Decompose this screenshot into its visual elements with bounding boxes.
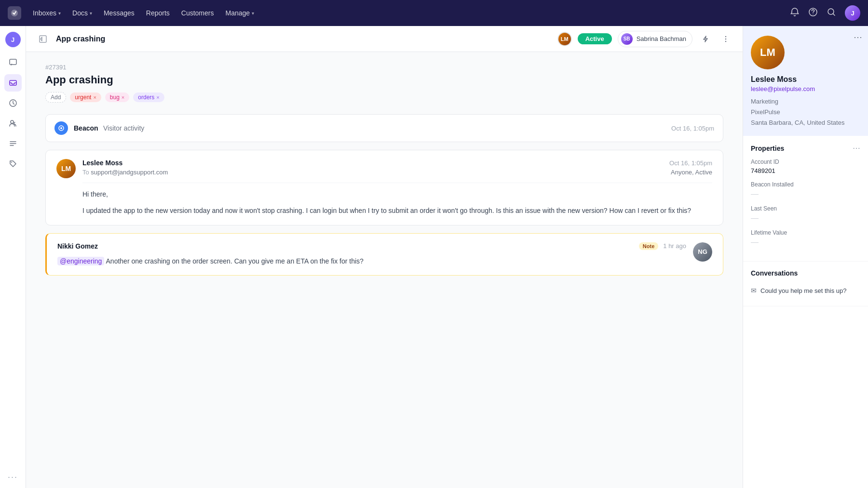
sidebar-item-lists[interactable] xyxy=(4,135,22,152)
conversation-header: App crashing LM Active SB Sabrina Bachma… xyxy=(26,26,743,52)
sidebar-item-conversations[interactable] xyxy=(4,54,22,71)
svg-rect-4 xyxy=(10,59,16,65)
contact-email[interactable]: leslee@pixelpulse.com xyxy=(751,85,860,92)
app-logo[interactable] xyxy=(8,6,21,20)
svg-point-12 xyxy=(725,40,726,41)
conversations-section: Conversations ✉ Could you help me set th… xyxy=(743,262,868,306)
sidebar-more-button[interactable]: ··· xyxy=(8,472,18,482)
svg-point-10 xyxy=(725,36,726,37)
sidebar-item-tags[interactable] xyxy=(4,155,22,172)
back-icon[interactable] xyxy=(36,32,50,46)
conversation-body: #27391 App crashing Add urgent × bug × o… xyxy=(26,52,743,488)
contact-profile-section: ⋯ LM Leslee Moss leslee@pixelpulse.com M… xyxy=(743,26,868,136)
mention-engineering: @engineering xyxy=(57,257,104,265)
svg-point-8 xyxy=(11,162,12,163)
help-icon[interactable] xyxy=(808,7,818,19)
remove-tag-bug[interactable]: × xyxy=(122,94,124,100)
sender-avatar-header[interactable]: LM xyxy=(557,32,572,46)
top-navigation: Inboxes ▾ Docs ▾ Messages Reports Custom… xyxy=(0,0,868,26)
user-avatar[interactable]: J xyxy=(845,5,860,21)
status-badge[interactable]: Active xyxy=(578,33,612,44)
conversation-title: App crashing xyxy=(56,35,552,43)
note-card: Nikki Gomez Note 1 hr ago @engineering A… xyxy=(45,233,723,276)
search-icon[interactable] xyxy=(827,7,836,19)
nav-customers[interactable]: Customers xyxy=(181,7,214,19)
properties-more-button[interactable]: ⋯ xyxy=(853,144,860,153)
beacon-icon xyxy=(54,121,68,135)
message-sender-avatar: LM xyxy=(56,159,76,178)
contact-avatar: LM xyxy=(751,36,785,69)
remove-tag-orders[interactable]: × xyxy=(156,94,159,100)
lightning-icon[interactable] xyxy=(698,32,713,46)
nav-manage[interactable]: Manage ▾ xyxy=(225,7,254,19)
tag-orders[interactable]: orders × xyxy=(133,92,164,102)
property-last-seen: Last Seen — xyxy=(751,205,860,223)
svg-point-14 xyxy=(60,127,62,129)
beacon-activity-row[interactable]: Beacon Visitor activity Oct 16, 1:05pm xyxy=(45,114,723,142)
svg-point-2 xyxy=(813,13,814,14)
nav-reports[interactable]: Reports xyxy=(146,7,170,19)
contact-meta: Marketing PixelPulse Santa Barbara, CA, … xyxy=(751,96,860,128)
left-sidebar: J xyxy=(0,26,26,488)
tag-urgent[interactable]: urgent × xyxy=(70,92,101,102)
message-card: LM Leslee Moss Oct 16, 1:05pm To support… xyxy=(45,150,723,225)
tag-bug[interactable]: bug × xyxy=(105,92,129,102)
profile-more-button[interactable]: ⋯ xyxy=(854,32,862,42)
assignee-avatar: SB xyxy=(621,33,633,45)
properties-section: Properties ⋯ Account ID 7489201 Beacon I… xyxy=(743,136,868,262)
conversations-title: Conversations xyxy=(751,269,798,277)
notification-bell-icon[interactable] xyxy=(790,7,800,19)
assignee-button[interactable]: SB Sabrina Bachman xyxy=(618,31,692,47)
more-options-icon[interactable] xyxy=(719,32,733,46)
envelope-icon: ✉ xyxy=(751,287,757,294)
nav-messages[interactable]: Messages xyxy=(104,7,135,19)
remove-tag-urgent[interactable]: × xyxy=(93,94,96,100)
sidebar-item-inbox[interactable] xyxy=(4,74,22,92)
property-account-id: Account ID 7489201 xyxy=(751,158,860,174)
conversation-list-item[interactable]: ✉ Could you help me set this up? xyxy=(751,283,860,298)
sidebar-item-clock[interactable] xyxy=(4,94,22,112)
nav-docs[interactable]: Docs ▾ xyxy=(72,7,92,19)
note-author-avatar: NG xyxy=(693,242,712,262)
ticket-number: #27391 xyxy=(45,64,723,71)
tags-row: Add urgent × bug × orders × xyxy=(45,92,723,103)
sidebar-user-avatar[interactable]: J xyxy=(5,32,21,47)
properties-title: Properties xyxy=(751,145,784,152)
property-beacon-installed: Beacon Installed — xyxy=(751,181,860,198)
contact-name: Leslee Moss xyxy=(751,75,860,84)
svg-point-7 xyxy=(11,120,14,123)
ticket-title: App crashing xyxy=(45,74,723,86)
add-tag-button[interactable]: Add xyxy=(45,92,66,103)
right-panel: ⋯ LM Leslee Moss leslee@pixelpulse.com M… xyxy=(743,26,868,488)
svg-point-11 xyxy=(725,38,726,39)
sidebar-item-users[interactable] xyxy=(4,115,22,132)
property-lifetime-value: Lifetime Value — xyxy=(751,229,860,247)
nav-inboxes[interactable]: Inboxes ▾ xyxy=(33,7,61,19)
